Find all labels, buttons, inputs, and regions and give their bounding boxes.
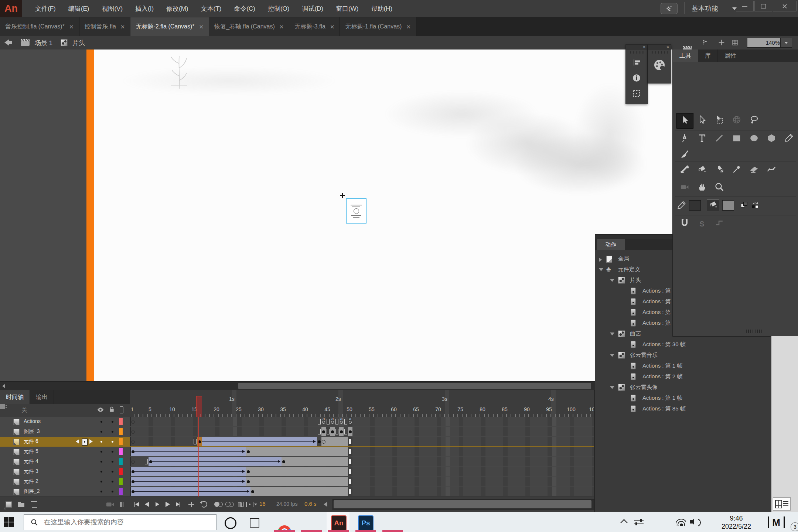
keyframe-dot[interactable] (247, 480, 250, 483)
eyedropper-tool[interactable] (729, 163, 745, 177)
layer-frames-strip[interactable]: aaaa (130, 417, 594, 426)
document-tab[interactable]: 无标题-2.fla (Canvas)*✕ (130, 17, 209, 36)
tab-工具[interactable]: 工具 (673, 50, 698, 62)
layer-frames-strip[interactable] (130, 427, 594, 436)
actions-tree-item[interactable]: Actions : 第 30 帧 (595, 340, 772, 350)
layer-frames-strip[interactable] (130, 457, 594, 466)
keyframe-dot[interactable] (247, 470, 250, 473)
workspace-switch-button[interactable] (661, 3, 678, 14)
start-button[interactable] (4, 517, 14, 527)
tab-close-icon[interactable]: ✕ (199, 24, 204, 30)
action-keyframe[interactable]: a (339, 417, 344, 426)
action-keyframe[interactable]: a (330, 417, 335, 426)
layer-row[interactable]: 元件 4 (0, 457, 594, 467)
layer-frames-strip[interactable] (130, 447, 594, 456)
layer-frames-strip[interactable] (130, 477, 594, 486)
breadcrumb-scene[interactable]: 场景 1 (35, 39, 52, 47)
expander-closed-icon[interactable] (599, 258, 602, 262)
stroke-color-swatch[interactable] (689, 200, 701, 211)
menu-item[interactable]: 文件(F) (29, 0, 62, 17)
smooth-option[interactable]: S (694, 216, 710, 231)
empty-keyframe-circle[interactable] (131, 460, 135, 464)
layer-name[interactable]: 图层_2 (24, 488, 40, 495)
tab-库[interactable]: 库 (698, 50, 718, 62)
color-palette-icon[interactable] (648, 55, 671, 75)
keyframe-dot[interactable] (132, 450, 134, 453)
swap-colors-icon[interactable] (740, 201, 748, 211)
stage-canvas-area[interactable] (0, 50, 672, 381)
scrollbar-thumb[interactable] (334, 500, 591, 508)
keyframe-dot[interactable] (340, 430, 343, 433)
expander-open-icon[interactable] (610, 279, 614, 282)
oval-tool[interactable] (746, 132, 762, 146)
actions-tree-item[interactable]: 张云雷音乐 (595, 350, 772, 361)
motion-tween-span[interactable] (197, 437, 317, 446)
expander-open-icon[interactable] (610, 332, 614, 335)
layer-visibility-dot[interactable] (100, 491, 102, 492)
tray-clock[interactable]: 9:46 2022/5/22 (709, 514, 764, 531)
lasso-tool[interactable] (746, 113, 762, 128)
motion-tween-span[interactable] (149, 457, 282, 466)
selected-symbol-on-stage[interactable] (346, 198, 366, 224)
menu-item[interactable]: 命令(C) (228, 0, 262, 17)
tab-close-icon[interactable]: ✕ (69, 24, 74, 30)
tab-属性[interactable]: 属性 (718, 50, 743, 62)
ink-bottle-tool[interactable] (711, 163, 727, 177)
menu-item[interactable]: 调试(D) (296, 0, 330, 17)
layer-row[interactable]: 元件 6 (0, 437, 594, 447)
keyframe-dot[interactable] (247, 450, 250, 453)
static-frame-span[interactable] (282, 457, 348, 466)
actions-tree-item[interactable]: Actions : 第 1 帧 (595, 361, 772, 372)
workspace-label[interactable]: 基本功能 (692, 0, 718, 17)
layer-lock-dot[interactable] (112, 421, 113, 423)
menu-item[interactable]: 控制(O) (262, 0, 296, 17)
volume-icon[interactable] (690, 518, 699, 526)
keyframe-dot[interactable] (132, 480, 134, 483)
layer-lock-dot[interactable] (112, 441, 113, 443)
keyframe-dot[interactable] (132, 490, 134, 493)
breadcrumb-symbol[interactable]: 片头 (72, 39, 85, 47)
center-playhead-button[interactable] (187, 499, 196, 509)
back-arrow-button[interactable] (4, 39, 9, 46)
actions-tree-item[interactable]: Actions : 第 2 帧 (595, 372, 772, 382)
static-frame-span[interactable] (246, 467, 348, 476)
keyframe-dot[interactable] (282, 460, 285, 463)
scroll-left-arrow[interactable] (2, 384, 5, 388)
playhead-marker[interactable] (196, 396, 202, 417)
prev-keyframe-icon[interactable] (76, 439, 79, 444)
stroke-color-control[interactable] (675, 199, 688, 214)
expander-open-icon[interactable] (610, 354, 614, 357)
layer-visibility-dot[interactable] (100, 471, 102, 473)
search-input[interactable] (43, 518, 204, 526)
elapsed-time-field[interactable]: 0.6 s (304, 501, 317, 507)
layer-name[interactable]: 元件 6 (24, 438, 38, 445)
menu-item[interactable]: 视图(V) (95, 0, 129, 17)
layer-lock-dot[interactable] (112, 431, 113, 433)
tab-close-icon[interactable]: ✕ (406, 24, 411, 30)
new-layer-button[interactable] (4, 499, 13, 509)
zoom-tool[interactable] (711, 180, 727, 195)
insert-keyframe-icon[interactable] (82, 439, 88, 446)
menu-item[interactable]: 窗口(W) (330, 0, 365, 17)
wifi-icon[interactable] (676, 518, 686, 526)
actions-tree-item[interactable]: 张云雷头像 (595, 382, 772, 393)
layer-row[interactable]: 图层_3 (0, 427, 594, 437)
brush-tool[interactable] (676, 148, 693, 163)
zoom-level-field[interactable]: 140% (747, 38, 783, 48)
transform-panel-icon[interactable] (626, 86, 647, 101)
layer-lock-dot[interactable] (112, 491, 113, 492)
hand-tool[interactable] (694, 180, 710, 195)
free-transform-tool[interactable] (711, 113, 727, 128)
keyframe-dot[interactable] (318, 440, 321, 443)
bone-tool[interactable] (676, 163, 693, 177)
edit-multiple-frames-button[interactable] (236, 499, 245, 509)
tab-输出[interactable]: 输出 (30, 390, 54, 404)
tray-chevron-up-icon[interactable] (620, 519, 628, 526)
subselection-tool[interactable] (694, 113, 710, 128)
layer-name[interactable]: 元件 4 (24, 458, 38, 465)
play-button[interactable] (153, 499, 162, 509)
keyframe-dot[interactable] (349, 430, 352, 433)
info-panel-icon[interactable] (626, 70, 647, 86)
task-view-icon[interactable] (250, 518, 259, 528)
keyframe-dot[interactable] (331, 430, 334, 433)
